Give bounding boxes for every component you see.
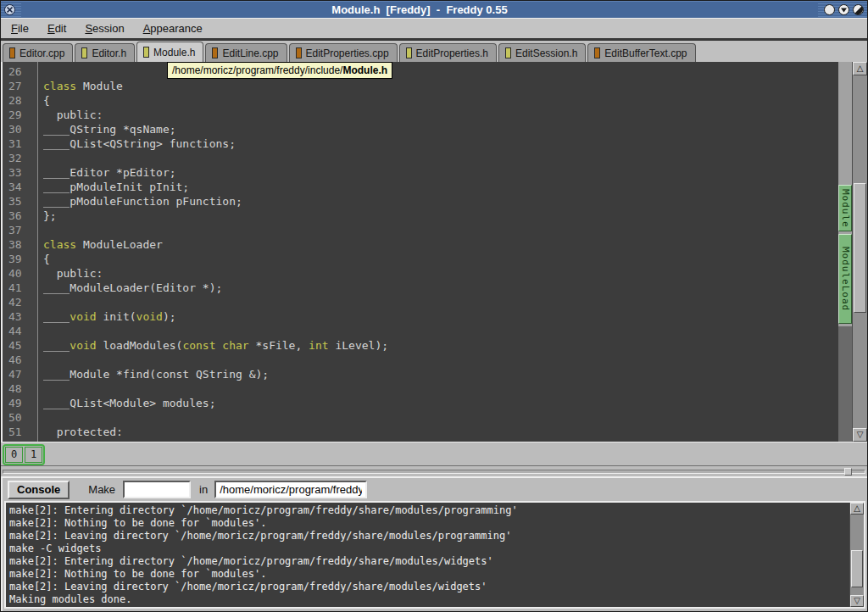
- code-line[interactable]: {: [38, 93, 838, 108]
- code-line[interactable]: [38, 295, 838, 309]
- code-line[interactable]: [38, 64, 838, 79]
- code-line[interactable]: QList<Module> modules;: [38, 396, 838, 410]
- code-line[interactable]: class ModuleLoader: [38, 237, 838, 252]
- buffer-bar: 01: [1, 442, 867, 465]
- code-line[interactable]: pModuleInit pInit;: [38, 180, 838, 194]
- menu-item-edit[interactable]: Edit: [47, 22, 66, 35]
- class-tab-Module[interactable]: Module: [838, 185, 852, 231]
- code-line[interactable]: ModuleLoader(Editor *);: [38, 281, 838, 295]
- tab-marker: [43, 136, 70, 150]
- code-line[interactable]: [38, 381, 838, 396]
- buffer-tab-1[interactable]: 1: [25, 447, 42, 463]
- menu-item-appearance[interactable]: Appearance: [143, 22, 203, 35]
- tab-EditProperties.cpp[interactable]: EditProperties.cpp: [289, 43, 398, 62]
- tab-EditProperties.h[interactable]: EditProperties.h: [399, 43, 497, 62]
- editor-scrollbar[interactable]: △ ▽: [852, 62, 867, 442]
- code-line[interactable]: pModuleFunction pFunction;: [38, 194, 838, 209]
- console-scroll-down-icon[interactable]: ▽: [850, 595, 864, 607]
- keyword-token: int: [309, 339, 328, 352]
- line-number: 39: [3, 252, 37, 266]
- code-line[interactable]: void loadModules(const char *sFile, int …: [38, 338, 838, 353]
- code-line[interactable]: };: [38, 209, 838, 223]
- code-line[interactable]: public:: [38, 266, 838, 281]
- h-file-icon: [406, 47, 412, 58]
- console-scrollbar-thumb[interactable]: [851, 550, 863, 587]
- code-line[interactable]: Editor *pEditor;: [38, 165, 838, 180]
- scroll-up-icon[interactable]: △: [853, 62, 867, 75]
- code-token: iLevel);: [329, 339, 388, 352]
- splitter[interactable]: [1, 465, 867, 477]
- menu-item-key: E: [47, 22, 55, 35]
- line-number: 28: [3, 93, 37, 108]
- code-line[interactable]: [38, 353, 838, 367]
- console-button[interactable]: Console: [8, 481, 70, 499]
- make-target-input[interactable]: [123, 481, 191, 498]
- line-number: 32: [3, 151, 37, 165]
- code-line[interactable]: QList<QString> functions;: [38, 136, 838, 151]
- line-number: 42: [3, 295, 37, 309]
- code-line[interactable]: [38, 223, 838, 237]
- code-line[interactable]: {: [38, 252, 838, 266]
- tab-EditSession.h[interactable]: EditSession.h: [498, 43, 586, 62]
- code-token: };: [43, 209, 57, 222]
- code-line[interactable]: protected:: [38, 425, 838, 439]
- class-tab-ModuleLoad[interactable]: ModuleLoad: [838, 234, 852, 324]
- shade-icon[interactable]: [852, 3, 865, 16]
- console-scrollbar-track[interactable]: [850, 515, 864, 595]
- tab-marker: [43, 338, 70, 352]
- editor-scrollbar-thumb[interactable]: [854, 183, 866, 313]
- code-token: {: [43, 253, 50, 265]
- console-line: make[2]: Entering directory `/home/moric…: [9, 504, 849, 517]
- code-line[interactable]: Module *find(const QString &);: [38, 367, 838, 381]
- code-token: *sFile,: [249, 339, 309, 352]
- console-scrollbar[interactable]: △ ▽: [849, 503, 864, 607]
- code-line[interactable]: public:: [38, 108, 838, 122]
- code-line[interactable]: [38, 410, 838, 425]
- code-area[interactable]: class Module{ public: QString *qsName; Q…: [38, 62, 838, 442]
- iconify-icon[interactable]: [823, 3, 836, 16]
- tab-Editor.cpp[interactable]: Editor.cpp: [3, 43, 73, 62]
- menu-item-file[interactable]: File: [11, 22, 29, 35]
- editor-scrollbar-track[interactable]: [853, 75, 867, 428]
- code-line[interactable]: void init(void);: [38, 309, 838, 324]
- code-token: pModuleInit pInit;: [70, 181, 189, 193]
- line-number-gutter: 2627282930313233343536373839404142434445…: [3, 62, 38, 442]
- menu-item-rest: dit: [55, 22, 67, 35]
- code-line[interactable]: class Module: [38, 79, 838, 93]
- line-number: 35: [3, 194, 37, 209]
- code-line[interactable]: QString *qsName;: [38, 122, 838, 136]
- tab-label: Editor.cpp: [19, 47, 64, 59]
- menu-item-rest: ile: [18, 22, 29, 35]
- tab-marker: [43, 165, 70, 179]
- tab-marker: [43, 180, 70, 193]
- tab-Editor.h[interactable]: Editor.h: [75, 43, 135, 62]
- code-line[interactable]: [38, 151, 838, 165]
- splitter-grip[interactable]: [844, 468, 852, 476]
- line-number: 44: [3, 324, 37, 338]
- menu-down-icon[interactable]: [837, 3, 850, 16]
- code-line[interactable]: [38, 324, 838, 338]
- tab-label: Module.h: [153, 47, 195, 58]
- buffer-tab-0[interactable]: 0: [5, 447, 23, 463]
- tab-label: EditProperties.h: [416, 47, 488, 59]
- make-directory-input[interactable]: [214, 481, 367, 498]
- tab-EditBufferText.cpp[interactable]: EditBufferText.cpp: [587, 43, 695, 62]
- console-line: Making modules done.: [9, 593, 849, 606]
- console-line: make[2]: Entering directory `/home/moric…: [9, 555, 849, 568]
- tab-label: EditProperties.cpp: [306, 47, 389, 59]
- menubar: FileEditSessionAppearance: [1, 18, 867, 40]
- titlebar[interactable]: Module.h [Freddy] - Freddy 0.55: [1, 1, 867, 18]
- tab-label: EditBufferText.cpp: [604, 47, 687, 59]
- close-icon[interactable]: [3, 3, 16, 16]
- tab-EditLine.cpp[interactable]: EditLine.cpp: [205, 43, 287, 62]
- code-token: init(: [97, 310, 136, 323]
- line-number: 48: [3, 381, 37, 396]
- scroll-down-icon[interactable]: ▽: [853, 428, 867, 442]
- line-number: 38: [3, 237, 37, 252]
- code-token: loadModules(: [97, 339, 183, 352]
- tab-Module.h[interactable]: Module.h: [136, 42, 203, 62]
- h-file-icon: [143, 47, 149, 58]
- console-scroll-up-icon[interactable]: △: [850, 503, 864, 515]
- menu-item-session[interactable]: Session: [85, 22, 124, 35]
- line-number: 33: [3, 165, 37, 180]
